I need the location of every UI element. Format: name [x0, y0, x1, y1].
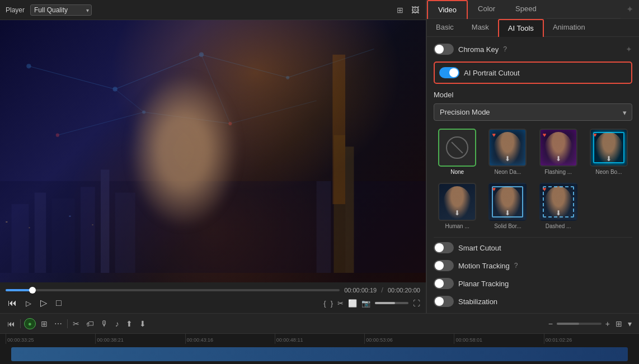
planar-tracking-row: Planar Tracking — [434, 278, 632, 289]
effect-flashing[interactable]: ♥ ⬇ Flashing ... — [535, 129, 582, 175]
dashed-download-icon: ⬇ — [556, 209, 561, 217]
effect-human-label: Human ... — [445, 223, 469, 229]
total-time-display: 00:00:20:00 — [388, 287, 420, 294]
effect-flashing-thumb: ♥ ⬇ — [539, 129, 577, 167]
tl-dots-btn[interactable]: ⋯ — [53, 318, 64, 330]
image-view-button[interactable]: 🖼 — [410, 4, 420, 16]
solid-bor-heart-icon: ♥ — [492, 186, 496, 192]
chroma-key-settings-icon[interactable]: ✦ — [626, 45, 632, 54]
tl-mic-btn[interactable]: 🎙 — [99, 318, 110, 330]
ai-portrait-cutout-section: AI Portrait Cutout — [434, 62, 632, 84]
svg-point-10 — [113, 87, 118, 91]
effect-dashed[interactable]: ♥ ⬇ Dashed ... — [535, 183, 582, 229]
stabilization-label: Stabilization — [434, 296, 497, 307]
tl-rewind-btn[interactable]: ⏮ — [6, 318, 17, 330]
cut-btn[interactable]: ✂ — [337, 299, 344, 308]
tab-basic[interactable]: Basic — [427, 19, 463, 36]
stabilization-toggle[interactable] — [434, 296, 454, 307]
quality-wrapper[interactable]: Full Quality Half Quality Quarter Qualit… — [30, 4, 92, 16]
tl-grid-btn[interactable]: ⊞ — [39, 318, 49, 330]
rewind-button[interactable]: ⏮ — [6, 297, 19, 309]
ruler-mark-7: 00:01:02:26 — [544, 334, 633, 344]
svg-rect-17 — [12, 204, 29, 273]
tab-video[interactable]: Video — [427, 0, 468, 19]
effect-empty — [585, 183, 632, 229]
effect-human-thumb: ⬇ — [438, 183, 476, 221]
tab-color[interactable]: Color — [468, 0, 505, 18]
svg-point-12 — [286, 76, 289, 79]
tl-grid-layout-btn[interactable]: ⊞ — [614, 318, 624, 330]
quality-select[interactable]: Full Quality Half Quality Quarter Qualit… — [30, 4, 92, 16]
ruler-marks: 00:00:33:25 00:00:38:21 00:00:43:16 00:0… — [0, 334, 639, 344]
effect-neon-bo-thumb: ♥ ⬇ — [590, 129, 628, 167]
chroma-key-row: Chroma Key ? ✦ — [434, 44, 632, 55]
effect-neon-bo[interactable]: ♥ ⬇ Neon Bo... — [585, 129, 632, 175]
ai-portrait-cutout-toggle[interactable] — [439, 67, 459, 78]
effect-none-label: None — [450, 169, 464, 175]
ruler-mark-2: 00:00:38:21 — [95, 334, 185, 344]
motion-tracking-help-icon[interactable]: ? — [514, 262, 518, 270]
playback-controls: ⏮ ▷ ▷ □ — [6, 297, 64, 309]
tl-scissors-btn[interactable]: ✂ — [71, 318, 81, 330]
stabilization-row: Stabilization — [434, 296, 632, 307]
fullscreen-btn[interactable]: ⛶ — [413, 299, 420, 308]
player-label: Player — [6, 6, 25, 14]
tab-ai-tools[interactable]: AI Tools — [498, 19, 544, 37]
effect-neon-da[interactable]: ♥ ⬇ Neon Da... — [484, 129, 531, 175]
effect-flashing-label: Flashing ... — [544, 169, 572, 175]
tl-import-btn[interactable]: ⬆ — [124, 318, 134, 330]
tl-green-btn[interactable]: ● — [24, 318, 36, 329]
tab-mask[interactable]: Mask — [463, 19, 498, 36]
svg-rect-25 — [317, 181, 331, 273]
tl-zoom-in-btn[interactable]: + — [604, 318, 612, 330]
effect-neon-da-thumb: ♥ ⬇ — [488, 129, 527, 167]
right-panel: Video Color Speed ✦ Basic Mask AI Tools … — [426, 0, 639, 313]
play-button[interactable]: ▷ — [38, 297, 49, 309]
screen-btn[interactable]: ⬜ — [348, 299, 357, 308]
motion-tracking-toggle[interactable] — [434, 260, 454, 271]
tl-more-btn[interactable]: ▾ — [626, 318, 633, 330]
stop-button[interactable]: □ — [54, 297, 64, 309]
effect-solid-bor-label: Solid Bor... — [494, 223, 521, 229]
smart-cutout-label: Smart Cutout — [434, 242, 501, 253]
ai-portrait-cutout-label: AI Portrait Cutout — [439, 67, 520, 78]
zoom-slider[interactable] — [557, 323, 602, 325]
ruler-mark-1: 00:00:33:25 — [6, 334, 95, 344]
snapshot-btn[interactable]: 📷 — [361, 299, 370, 308]
time-slider-fill — [6, 289, 32, 291]
play-slow-button[interactable]: ▷ — [24, 299, 34, 308]
flashing-download-icon: ⬇ — [556, 155, 561, 163]
ruler-mark-6: 00:00:58:01 — [454, 334, 543, 344]
smart-cutout-toggle[interactable] — [434, 242, 454, 253]
tool-controls: { } ✂ ⬜ 📷 ⛶ — [323, 299, 420, 308]
planar-tracking-toggle[interactable] — [434, 278, 454, 289]
tl-zoom-out-btn[interactable]: − — [547, 318, 555, 330]
svg-line-3 — [288, 49, 374, 77]
ruler-mark-3: 00:00:43:16 — [185, 334, 275, 344]
tl-music-btn[interactable]: ♪ — [114, 318, 121, 330]
effect-human[interactable]: ⬇ Human ... — [434, 183, 481, 229]
face-blur — [128, 73, 239, 229]
model-label: Model — [434, 91, 632, 99]
video-placeholder — [0, 20, 426, 282]
effect-none-thumb — [438, 129, 476, 167]
tab-animation[interactable]: Animation — [544, 19, 594, 36]
model-dropdown[interactable]: Precision Mode Standard Mode Fast Mode — [434, 103, 632, 121]
tl-export-btn[interactable]: ⬇ — [138, 318, 148, 330]
timeline-track[interactable] — [11, 347, 628, 361]
time-slider[interactable] — [6, 289, 340, 291]
tab-speed[interactable]: Speed — [505, 0, 547, 18]
volume-slider[interactable] — [375, 302, 408, 304]
effect-solid-bor-thumb: ♥ ⬇ — [488, 183, 527, 221]
panel-content: Chroma Key ? ✦ AI Portrait Cutout Mod — [427, 37, 639, 313]
timeline-ruler[interactable]: 00:00:33:25 00:00:38:21 00:00:43:16 00:0… — [0, 334, 639, 364]
tl-tag-btn[interactable]: 🏷 — [84, 318, 96, 330]
bracket-close-btn[interactable]: } — [331, 299, 333, 308]
chroma-key-help-icon[interactable]: ? — [503, 45, 507, 53]
chroma-key-toggle[interactable] — [434, 44, 454, 55]
neon-bo-heart-icon: ♥ — [593, 131, 597, 138]
effect-none[interactable]: None — [434, 129, 481, 175]
grid-view-button[interactable]: ⊞ — [396, 4, 405, 16]
bracket-open-btn[interactable]: { — [323, 299, 326, 308]
effect-solid-bor[interactable]: ♥ ⬇ Solid Bor... — [484, 183, 531, 229]
